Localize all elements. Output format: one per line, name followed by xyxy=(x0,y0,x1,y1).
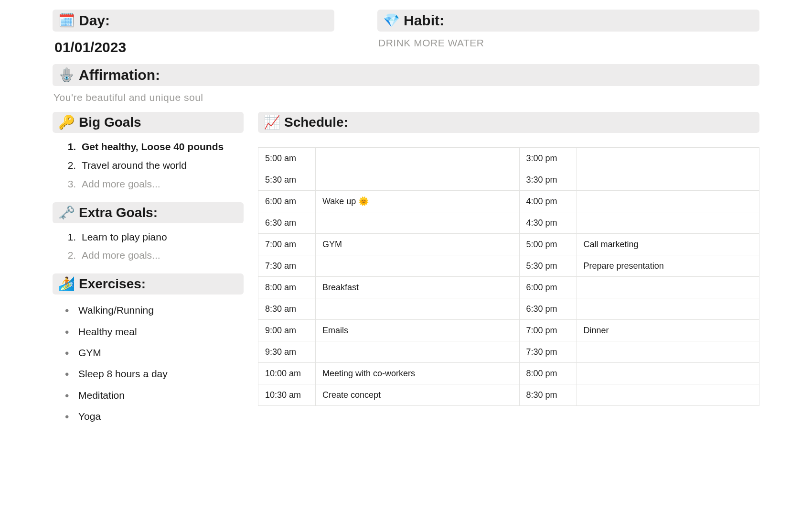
time-cell[interactable]: 10:00 am xyxy=(258,363,316,384)
schedule-table[interactable]: 5:00 am3:00 pm5:30 am3:30 pm6:00 amWake … xyxy=(258,147,759,406)
activity-cell[interactable]: Create concept xyxy=(316,384,520,406)
time-cell[interactable]: 10:30 am xyxy=(258,384,316,406)
table-row: 10:00 amMeeting with co-workers8:00 pm xyxy=(258,363,759,384)
time-cell[interactable]: 7:30 pm xyxy=(519,341,577,363)
list-item[interactable]: Walking/Running xyxy=(68,300,244,321)
activity-cell[interactable]: Call marketing xyxy=(577,234,759,255)
list-item[interactable]: GYM xyxy=(68,343,244,364)
chart-icon: 📈 xyxy=(264,116,280,129)
table-row: 7:00 amGYM5:00 pmCall marketing xyxy=(258,234,759,255)
time-cell[interactable]: 9:00 am xyxy=(258,320,316,341)
extra-goals-heading[interactable]: 🗝️ Extra Goals: xyxy=(53,202,244,223)
activity-cell[interactable] xyxy=(577,148,759,169)
schedule-label: Schedule: xyxy=(284,115,348,130)
time-cell[interactable]: 7:00 am xyxy=(258,234,316,255)
activity-cell[interactable] xyxy=(316,298,520,320)
table-row: 6:30 am4:30 pm xyxy=(258,212,759,234)
table-row: 9:30 am7:30 pm xyxy=(258,341,759,363)
activity-cell[interactable] xyxy=(316,148,520,169)
day-heading[interactable]: 🗓️ Day: xyxy=(53,10,334,32)
table-row: 5:00 am3:00 pm xyxy=(258,148,759,169)
affirmation-heading[interactable]: 🪬 Affirmation: xyxy=(53,64,759,86)
table-row: 7:30 am5:30 pmPrepare presentation xyxy=(258,255,759,277)
extra-goals-list[interactable]: Learn to play pianoAdd more goals... xyxy=(53,228,244,265)
time-cell[interactable]: 4:00 pm xyxy=(519,191,577,212)
activity-cell[interactable]: Breakfast xyxy=(316,277,520,298)
activity-cell[interactable] xyxy=(316,212,520,234)
activity-cell[interactable] xyxy=(316,341,520,363)
habit-label: Habit: xyxy=(404,12,444,29)
day-label: Day: xyxy=(79,12,110,29)
activity-cell[interactable]: Prepare presentation xyxy=(577,255,759,277)
time-cell[interactable]: 4:30 pm xyxy=(519,212,577,234)
time-cell[interactable]: 5:30 pm xyxy=(519,255,577,277)
time-cell[interactable]: 5:00 pm xyxy=(519,234,577,255)
exercises-list[interactable]: Walking/RunningHealthy mealGYMSleep 8 ho… xyxy=(53,300,244,427)
time-cell[interactable]: 3:30 pm xyxy=(519,169,577,191)
time-cell[interactable]: 6:30 pm xyxy=(519,298,577,320)
list-item[interactable]: Get healthy, Loose 40 pounds xyxy=(79,138,244,156)
time-cell[interactable]: 3:00 pm xyxy=(519,148,577,169)
calendar-icon: 🗓️ xyxy=(58,14,75,27)
list-item[interactable]: Healthy meal xyxy=(68,322,244,343)
activity-cell[interactable]: Dinner xyxy=(577,320,759,341)
diamond-icon: 💎 xyxy=(383,14,400,27)
table-row: 9:00 amEmails7:00 pmDinner xyxy=(258,320,759,341)
activity-cell[interactable]: Meeting with co-workers xyxy=(316,363,520,384)
exercises-label: Exercises: xyxy=(79,276,146,292)
list-item[interactable]: Travel around the world xyxy=(79,156,244,175)
table-row: 8:00 amBreakfast6:00 pm xyxy=(258,277,759,298)
activity-cell[interactable] xyxy=(577,277,759,298)
affirmation-label: Affirmation: xyxy=(79,67,160,83)
list-item[interactable]: Add more goals... xyxy=(79,175,244,194)
time-cell[interactable]: 7:30 am xyxy=(258,255,316,277)
activity-cell[interactable] xyxy=(577,341,759,363)
table-row: 10:30 amCreate concept8:30 pm xyxy=(258,384,759,406)
key-icon: 🔑 xyxy=(58,116,75,129)
time-cell[interactable]: 9:30 am xyxy=(258,341,316,363)
list-item[interactable]: Learn to play piano xyxy=(79,228,244,247)
activity-cell[interactable] xyxy=(577,191,759,212)
big-goals-label: Big Goals xyxy=(79,115,141,130)
table-row: 6:00 amWake up 🌞4:00 pm xyxy=(258,191,759,212)
time-cell[interactable]: 6:30 am xyxy=(258,212,316,234)
activity-cell[interactable] xyxy=(577,212,759,234)
time-cell[interactable]: 6:00 am xyxy=(258,191,316,212)
activity-cell[interactable] xyxy=(316,169,520,191)
time-cell[interactable]: 5:00 am xyxy=(258,148,316,169)
big-goals-list[interactable]: Get healthy, Loose 40 poundsTravel aroun… xyxy=(53,138,244,194)
table-row: 8:30 am6:30 pm xyxy=(258,298,759,320)
table-row: 5:30 am3:30 pm xyxy=(258,169,759,191)
time-cell[interactable]: 8:00 am xyxy=(258,277,316,298)
big-goals-heading[interactable]: 🔑 Big Goals xyxy=(53,112,244,133)
list-item[interactable]: Sleep 8 hours a day xyxy=(68,364,244,385)
activity-cell[interactable] xyxy=(316,255,520,277)
activity-cell[interactable]: Emails xyxy=(316,320,520,341)
exercises-heading[interactable]: 🏄 Exercises: xyxy=(53,273,244,295)
affirmation-value[interactable]: You're beautiful and unique soul xyxy=(53,91,759,112)
extra-goals-label: Extra Goals: xyxy=(79,205,158,220)
activity-cell[interactable] xyxy=(577,363,759,384)
time-cell[interactable]: 5:30 am xyxy=(258,169,316,191)
habit-heading[interactable]: 💎 Habit: xyxy=(377,10,759,32)
schedule-heading[interactable]: 📈 Schedule: xyxy=(258,112,759,133)
time-cell[interactable]: 8:00 pm xyxy=(519,363,577,384)
activity-cell[interactable] xyxy=(577,298,759,320)
old-key-icon: 🗝️ xyxy=(58,206,75,219)
list-item[interactable]: Yoga xyxy=(68,406,244,427)
time-cell[interactable]: 6:00 pm xyxy=(519,277,577,298)
activity-cell[interactable] xyxy=(577,169,759,191)
time-cell[interactable]: 7:00 pm xyxy=(519,320,577,341)
list-item[interactable]: Meditation xyxy=(68,385,244,406)
habit-value[interactable]: DRINK MORE WATER xyxy=(377,36,759,57)
time-cell[interactable]: 8:30 am xyxy=(258,298,316,320)
activity-cell[interactable]: Wake up 🌞 xyxy=(316,191,520,212)
time-cell[interactable]: 8:30 pm xyxy=(519,384,577,406)
activity-cell[interactable] xyxy=(577,384,759,406)
surfer-icon: 🏄 xyxy=(58,277,75,291)
day-value[interactable]: 01/01/2023 xyxy=(53,36,334,64)
hamsa-icon: 🪬 xyxy=(58,68,75,82)
list-item[interactable]: Add more goals... xyxy=(79,246,244,265)
activity-cell[interactable]: GYM xyxy=(316,234,520,255)
